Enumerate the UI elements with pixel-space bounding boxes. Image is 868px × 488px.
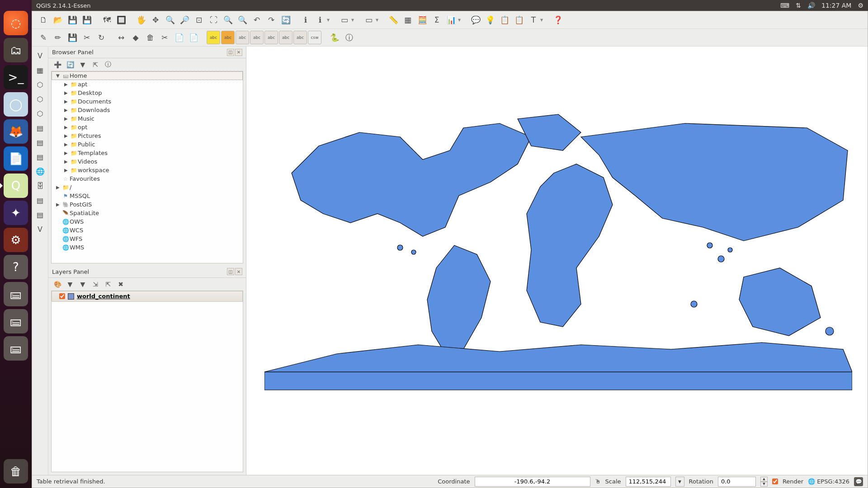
tree-arrow-icon[interactable]: ▶	[64, 168, 70, 173]
tree-arrow-icon[interactable]: ▼	[56, 73, 61, 78]
tree-row-videos[interactable]: ▶📁Videos	[52, 157, 243, 166]
tree-row-home[interactable]: ▼🖴Home	[52, 71, 243, 80]
measure-button[interactable]: 📏	[387, 13, 400, 27]
tree-row-pictures[interactable]: ▶📁Pictures	[52, 131, 243, 140]
select-dropdown-icon[interactable]: ▼	[351, 18, 356, 22]
raster-tiled-button[interactable]: ▤	[34, 136, 47, 149]
vec-newlayer-button[interactable]: ⬡	[34, 93, 47, 105]
zoom-in-button[interactable]: 🔍	[163, 13, 177, 27]
help-button[interactable]: ❓	[551, 13, 565, 27]
tree-row-apt[interactable]: ▶📁apt	[52, 80, 243, 89]
tree-row-music[interactable]: ▶📁Music	[52, 114, 243, 123]
zoom-next-button[interactable]: ↷	[264, 13, 278, 27]
select-button[interactable]: ▭	[338, 13, 351, 27]
launcher-help-icon[interactable]: ?	[4, 255, 28, 279]
tree-arrow-icon[interactable]: ▶	[64, 116, 70, 121]
tree-arrow-icon[interactable]: ▶	[64, 133, 70, 138]
layers-remove-button[interactable]: ✖	[116, 280, 125, 289]
launcher-trash-icon[interactable]: 🗑	[4, 459, 28, 483]
layer-row-world-continent[interactable]: world_continent	[52, 291, 243, 302]
pan-sel-button[interactable]: ✥	[149, 13, 162, 27]
tree-row-wcs[interactable]: 🌐WCS	[52, 226, 243, 235]
node-edit-button[interactable]: V	[34, 223, 47, 235]
rotation-down-icon[interactable]: ▼	[760, 482, 768, 487]
coordinate-input[interactable]	[475, 477, 590, 487]
delete-button[interactable]: 🗑	[143, 31, 157, 44]
saveas-button[interactable]: 💾	[80, 13, 94, 27]
browser-refresh-button[interactable]: 🔄	[66, 60, 75, 69]
launcher-qgis-icon[interactable]: Q	[4, 174, 28, 198]
save-button[interactable]: 💾	[66, 13, 79, 27]
identify-button[interactable]: ℹ	[299, 13, 312, 27]
tree-row-wfs[interactable]: 🌐WFS	[52, 235, 243, 243]
map-canvas[interactable]	[246, 47, 868, 475]
field-calc-button[interactable]: 🧮	[415, 13, 429, 27]
layers-panel-dock-icon[interactable]: ◫	[227, 268, 234, 275]
tree-arrow-icon[interactable]: ▶	[56, 202, 61, 207]
browser-panel-dock-icon[interactable]: ◫	[227, 49, 234, 56]
deselect-dropdown-icon[interactable]: ▼	[376, 18, 380, 22]
coordinate-toggle-icon[interactable]: 🖱	[595, 478, 601, 485]
tree-row-wms[interactable]: 🌐WMS	[52, 243, 243, 252]
wms-button[interactable]: 🌐	[34, 165, 47, 178]
launcher-terminal-icon[interactable]: >_	[4, 65, 28, 89]
network-indicator-icon[interactable]: ⇅	[796, 2, 801, 9]
tree-row-mssql[interactable]: ⚑MSSQL	[52, 192, 243, 200]
edit-button[interactable]: ✎	[37, 31, 50, 44]
raster-new-button[interactable]: ▤	[34, 150, 47, 163]
layers-style-button[interactable]: 🎨	[53, 280, 62, 289]
zoom-native-button[interactable]: ⊡	[192, 13, 206, 27]
attr-table-button[interactable]: ▦	[401, 13, 415, 27]
move-button[interactable]: ↔	[114, 31, 128, 44]
composer-button[interactable]: 🗺	[100, 13, 113, 27]
node-button[interactable]: ◆	[129, 31, 142, 44]
launcher-dash-icon[interactable]: ◌	[4, 11, 28, 35]
zoom-out-button[interactable]: 🔎	[178, 13, 191, 27]
db-button[interactable]: 🗄	[34, 179, 47, 192]
session-indicator-icon[interactable]: ⚙	[858, 2, 863, 9]
reshape-button[interactable]: ✂	[158, 31, 171, 44]
sound-indicator-icon[interactable]: 🔊	[807, 2, 815, 9]
tree-arrow-icon[interactable]: ▶	[64, 90, 70, 95]
text-button[interactable]: T	[527, 13, 540, 27]
browser-tree[interactable]: ▼🖴Home▶📁apt▶📁Desktop▶📁Documents▶📁Downloa…	[51, 71, 243, 263]
text-dropdown-icon[interactable]: ▼	[540, 18, 545, 22]
tree-row-public[interactable]: ▶📁Public	[52, 140, 243, 149]
label-g1-button[interactable]: abc	[236, 31, 249, 44]
layers-filter2-button[interactable]: ▼	[78, 280, 87, 289]
clock[interactable]: 11:27 AM	[821, 2, 851, 9]
rotation-up-icon[interactable]: ▲	[760, 477, 768, 482]
deselect-button[interactable]: ▭	[362, 13, 376, 27]
launcher-ide-icon[interactable]: ✦	[4, 201, 28, 225]
virtual-button[interactable]: ▤	[34, 208, 47, 221]
tree-arrow-icon[interactable]: ▶	[64, 99, 70, 104]
identify2-button[interactable]: ℹ	[313, 13, 327, 27]
label-yellow-button[interactable]: abc	[207, 31, 220, 44]
tree-row-workspace[interactable]: ▶📁workspace	[52, 166, 243, 174]
layers-filter-button[interactable]: ▼	[66, 280, 75, 289]
scale-dropdown-icon[interactable]: ▼	[675, 477, 684, 487]
zoom-layer-button[interactable]: 🔍	[236, 13, 249, 27]
refresh-button[interactable]: 🔄	[279, 13, 292, 27]
keyboard-indicator-icon[interactable]: ⌨	[780, 2, 789, 9]
cut-button[interactable]: ✂	[80, 31, 94, 44]
tree-row-opt[interactable]: ▶📁opt	[52, 123, 243, 131]
identify2-dropdown-icon[interactable]: ▼	[327, 18, 331, 22]
vec-point-button[interactable]: V	[34, 49, 47, 62]
browser-collapse-button[interactable]: ⇱	[91, 60, 100, 69]
messages-button-icon[interactable]: 💬	[854, 477, 863, 486]
browser-add-button[interactable]: ➕	[53, 60, 62, 69]
browser-filter-button[interactable]: ▼	[78, 60, 87, 69]
paste-button[interactable]: 📋	[512, 13, 526, 27]
vec-line-button[interactable]: ▦	[34, 64, 47, 76]
tree-row-downloads[interactable]: ▶📁Downloads	[52, 106, 243, 114]
tree-row-templates[interactable]: ▶📁Templates	[52, 149, 243, 157]
add-ring-button[interactable]: 📄	[187, 31, 200, 44]
label-g4-button[interactable]: abc	[279, 31, 292, 44]
stats-dropdown-icon[interactable]: ▼	[458, 18, 462, 22]
launcher-drive3-icon[interactable]: 🖴	[4, 336, 28, 361]
pan-button[interactable]: 🖐	[134, 13, 148, 27]
zoom-last-button[interactable]: ↶	[250, 13, 264, 27]
launcher-drive2-icon[interactable]: 🖴	[4, 309, 28, 333]
label-g3-button[interactable]: abc	[264, 31, 278, 44]
